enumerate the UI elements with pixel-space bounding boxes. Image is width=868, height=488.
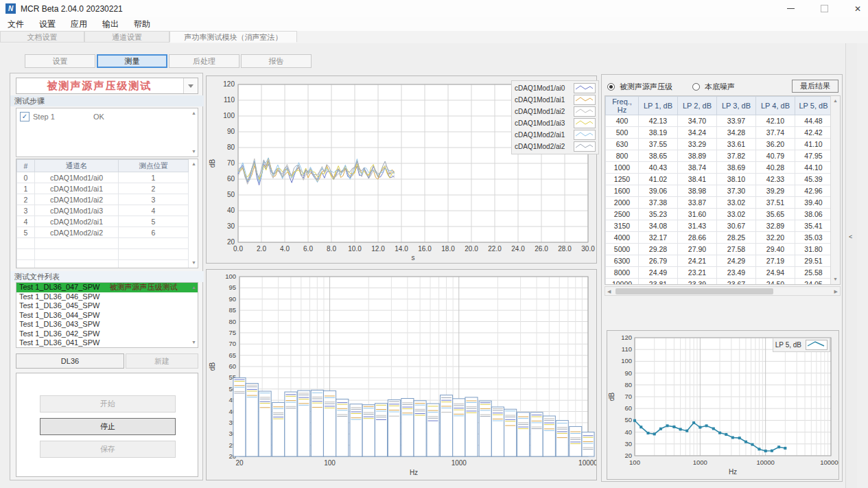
minimize-button[interactable] xyxy=(787,8,795,9)
new-file-button[interactable]: 新建 xyxy=(126,353,198,369)
legend-entry[interactable]: cDAQ1Mod1/ai3 xyxy=(515,117,596,129)
final-spectrum-chart: 2030405060708090100110120100100010000100… xyxy=(607,331,838,479)
scroll-up-icon[interactable]: ▲ xyxy=(191,285,196,290)
svg-text:75: 75 xyxy=(228,329,236,336)
table-horizontal-scrollbar[interactable]: ◀ ▶ xyxy=(605,286,841,296)
file-list-item[interactable]: Test 1_DL36_044_SPW xyxy=(16,311,198,321)
table-row[interactable]: 1000023.8123.3923.6724.5024.05 xyxy=(606,279,832,286)
file-list-item[interactable]: Test 1_DL36_042_SPW xyxy=(16,329,198,339)
svg-text:95: 95 xyxy=(228,283,236,291)
file-list-item-selected[interactable]: Test 1_DL36_047_SPW被测声源声压级测试 xyxy=(16,283,198,292)
svg-text:30.0: 30.0 xyxy=(581,245,595,253)
table-row[interactable]: 250035.2331.6033.0235.6538.06 xyxy=(606,209,832,220)
legend-entry[interactable]: cDAQ1Mod2/ai2 xyxy=(515,141,596,152)
column-header: LP 2, dB xyxy=(678,97,717,115)
legend-entry[interactable]: cDAQ1Mod1/ai2 xyxy=(515,106,596,117)
table-row[interactable]: 125041.0238.4138.1042.3345.39 xyxy=(606,174,832,185)
menu-item-0[interactable]: 文件 xyxy=(0,17,32,31)
dl36-button[interactable]: DL36 xyxy=(16,353,124,369)
scroll-down-icon[interactable]: ▼ xyxy=(191,149,196,154)
legend-entry[interactable]: cDAQ1Mod2/ai1 xyxy=(515,129,596,141)
table-row[interactable]: 160039.0638.9837.3039.2942.96 xyxy=(606,185,832,197)
legend-entry[interactable]: cDAQ1Mod1/ai1 xyxy=(515,94,596,106)
radio-checked-icon xyxy=(607,83,615,91)
table-row[interactable]: 1cDAQ1Mod1/ai12 xyxy=(17,183,189,194)
expand-panel-icon[interactable]: < xyxy=(849,233,852,240)
table-row[interactable]: 3cDAQ1Mod1/ai34 xyxy=(17,205,189,216)
table-row[interactable]: 2cDAQ1Mod1/ai23 xyxy=(17,194,189,205)
final-result-button[interactable]: 最后结果 xyxy=(792,80,838,93)
lp5-legend: LP 5, dB xyxy=(773,338,830,352)
close-button[interactable]: ✕ xyxy=(854,5,861,13)
scroll-down-icon[interactable]: ▼ xyxy=(191,260,196,266)
svg-text:22.0: 22.0 xyxy=(488,245,502,253)
test-type-dropdown[interactable]: 被测声源声压级测试 xyxy=(16,78,198,94)
svg-text:80: 80 xyxy=(227,143,235,151)
file-list-item[interactable]: Test 1_DL36_046_SPW xyxy=(16,292,198,302)
scroll-right-icon[interactable]: ▶ xyxy=(834,289,838,294)
svg-text:40: 40 xyxy=(227,207,235,214)
svg-text:80: 80 xyxy=(228,318,236,325)
svg-text:s: s xyxy=(412,254,415,262)
table-row[interactable]: 80038.6538.8937.8240.7947.95 xyxy=(606,150,832,162)
table-row[interactable]: 40042.1334.7033.9742.1044.48 xyxy=(606,115,832,127)
table-row[interactable]: 315034.0831.4330.6732.8935.41 xyxy=(606,220,832,232)
main-tab-0[interactable]: 文档设置 xyxy=(0,31,84,43)
scroll-up-icon[interactable]: ▲ xyxy=(191,111,196,116)
menu-item-3[interactable]: 输出 xyxy=(95,17,126,31)
sub-tab-2[interactable]: 后处理 xyxy=(169,54,239,68)
table-row[interactable]: 63037.5533.2933.6136.2041.10 xyxy=(606,139,832,150)
table-row[interactable]: 100040.4338.7438.6940.2844.10 xyxy=(606,162,832,174)
table-row-empty xyxy=(17,260,189,269)
menu-item-4[interactable]: 帮助 xyxy=(126,17,158,31)
menu-item-1[interactable]: 设置 xyxy=(32,17,63,31)
run-control-box: 开始 停止 保存 xyxy=(16,373,198,477)
column-header: 通道名 xyxy=(35,160,119,172)
channel-legend: cDAQ1Mod1/ai0cDAQ1Mod1/ai1cDAQ1Mod1/ai2c… xyxy=(511,80,599,154)
table-row[interactable]: 630026.7924.2124.2927.1929.51 xyxy=(606,255,832,267)
column-header: LP 4, dB xyxy=(756,97,795,115)
start-button[interactable]: 开始 xyxy=(40,395,176,413)
scroll-down-icon[interactable]: ▼ xyxy=(191,340,196,345)
main-tab-2[interactable]: 声功率测试模块（消声室法） xyxy=(169,31,297,43)
sub-tab-1[interactable]: 测量 xyxy=(97,54,167,68)
final-spectrum-chart-panel: 2030405060708090100110120100100010000100… xyxy=(607,330,839,480)
step-checkbox[interactable]: ✓ xyxy=(20,112,30,121)
scroll-down-icon[interactable]: ▼ xyxy=(833,277,838,282)
sub-tab-0[interactable]: 设置 xyxy=(25,54,95,68)
step-name[interactable]: Step 1 xyxy=(33,113,55,121)
table-row[interactable]: 5cDAQ1Mod2/ai26 xyxy=(17,227,189,238)
sub-tab-3[interactable]: 报告 xyxy=(241,54,312,68)
svg-text:14.0: 14.0 xyxy=(395,245,408,253)
save-button[interactable]: 保存 xyxy=(40,441,176,458)
file-list-item[interactable]: Test 1_DL36_045_SPW xyxy=(16,301,198,311)
table-vertical-scrollbar[interactable]: ▲ ▼ xyxy=(830,96,840,284)
maximize-button[interactable] xyxy=(821,5,828,12)
scroll-up-icon[interactable]: ▲ xyxy=(833,98,838,104)
legend-swatch xyxy=(574,83,596,93)
svg-text:0.0: 0.0 xyxy=(233,245,243,253)
chevron-down-icon[interactable] xyxy=(183,78,198,93)
table-row[interactable]: 500029.2827.9027.5829.4031.80 xyxy=(606,244,832,255)
main-tab-strip: 文档设置通道设置声功率测试模块（消声室法） xyxy=(0,31,868,43)
file-list-item[interactable]: Test 1_DL36_041_SPW xyxy=(16,338,198,348)
column-header: # xyxy=(17,160,35,172)
table-row[interactable]: 0cDAQ1Mod1/ai01 xyxy=(17,172,189,183)
scroll-up-icon[interactable]: ▲ xyxy=(191,161,196,167)
svg-text:120: 120 xyxy=(223,80,235,88)
table-row[interactable]: 200037.3833.8733.0237.5139.40 xyxy=(606,197,832,209)
svg-text:110: 110 xyxy=(224,96,235,104)
menu-item-2[interactable]: 应用 xyxy=(63,17,95,31)
main-tab-1[interactable]: 通道设置 xyxy=(84,31,169,43)
file-list-item[interactable]: Test 1_DL36_043_SPW xyxy=(16,320,198,329)
radio-source-pressure[interactable]: 被测声源声压级 xyxy=(607,82,672,92)
table-row[interactable]: 4cDAQ1Mod2/ai15 xyxy=(17,216,189,227)
radio-background-noise[interactable]: 本底噪声 xyxy=(692,82,735,92)
legend-entry[interactable]: cDAQ1Mod1/ai0 xyxy=(515,82,596,94)
table-row[interactable]: 800024.4923.2123.4924.9425.58 xyxy=(606,267,832,279)
table-row[interactable]: 400032.1728.6628.2532.2035.03 xyxy=(606,232,832,244)
legend-label: cDAQ1Mod2/ai1 xyxy=(515,131,565,139)
stop-button[interactable]: 停止 xyxy=(40,418,176,435)
table-row[interactable]: 50038.1934.2434.2837.7442.42 xyxy=(606,127,832,139)
svg-text:20: 20 xyxy=(235,459,244,467)
